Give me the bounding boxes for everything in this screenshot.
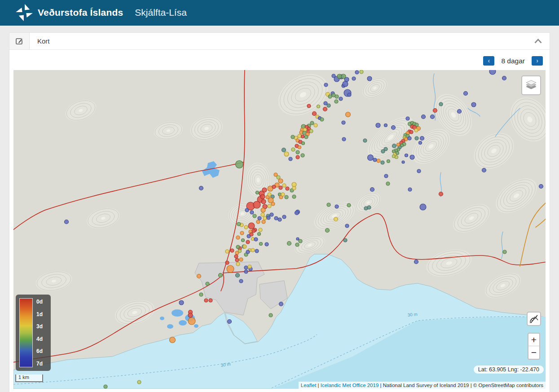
earthquake-marker[interactable] — [197, 274, 201, 278]
earthquake-marker[interactable] — [309, 129, 313, 133]
earthquake-marker[interactable] — [199, 293, 203, 296]
earthquake-marker[interactable] — [291, 135, 295, 139]
earthquake-marker[interactable] — [342, 137, 346, 141]
earthquake-marker[interactable] — [244, 266, 248, 269]
earthquake-marker[interactable] — [348, 93, 351, 97]
earthquake-marker[interactable] — [323, 107, 327, 111]
earthquake-marker[interactable] — [258, 216, 261, 220]
earthquake-marker[interactable] — [170, 337, 176, 343]
earthquake-marker[interactable] — [258, 233, 261, 236]
earthquake-marker[interactable] — [244, 225, 248, 229]
earthquake-marker[interactable] — [384, 174, 388, 178]
earthquake-marker[interactable] — [409, 130, 413, 134]
earthquake-marker[interactable] — [339, 97, 343, 101]
earthquake-marker[interactable] — [261, 199, 266, 204]
earthquake-marker[interactable] — [270, 213, 273, 216]
earthquake-marker[interactable] — [406, 117, 409, 120]
earthquake-marker[interactable] — [281, 193, 285, 196]
earthquake-marker[interactable] — [439, 192, 443, 196]
earthquake-marker[interactable] — [246, 250, 250, 254]
earthquake-marker[interactable] — [355, 70, 359, 74]
earthquake-marker[interactable] — [367, 76, 372, 81]
earthquake-marker[interactable] — [292, 195, 296, 198]
earthquake-marker[interactable] — [206, 282, 209, 286]
earthquake-marker[interactable] — [230, 249, 234, 252]
earthquake-marker[interactable] — [296, 238, 299, 240]
earthquake-marker[interactable] — [263, 216, 267, 220]
collapse-panel-button[interactable] — [527, 39, 550, 44]
earthquake-marker[interactable] — [277, 176, 280, 179]
earthquake-marker[interactable] — [251, 248, 255, 252]
earthquake-marker[interactable] — [384, 124, 387, 127]
earthquake-marker[interactable] — [295, 243, 299, 247]
earthquake-marker[interactable] — [296, 150, 299, 154]
earthquake-marker[interactable] — [242, 239, 245, 242]
earthquake-marker[interactable] — [417, 169, 421, 173]
earthquake-marker[interactable] — [324, 101, 327, 105]
met-office-link[interactable]: Icelandic Met Office 2019 — [321, 383, 379, 388]
earthquake-marker[interactable] — [304, 135, 308, 139]
earthquake-marker[interactable] — [260, 242, 263, 246]
earthquake-marker[interactable] — [291, 148, 295, 151]
earthquake-marker[interactable] — [431, 115, 435, 119]
edit-button[interactable] — [9, 33, 30, 49]
earthquake-marker[interactable] — [262, 188, 267, 192]
earthquake-marker[interactable] — [261, 208, 265, 212]
earthquake-marker[interactable] — [204, 299, 208, 302]
earthquake-marker[interactable] — [310, 121, 314, 125]
earthquake-marker[interactable] — [489, 70, 496, 75]
earthquake-marker[interactable] — [250, 211, 254, 214]
earthquake-marker[interactable] — [250, 233, 253, 236]
earthquake-marker[interactable] — [262, 220, 265, 224]
earthquake-marker[interactable] — [259, 228, 262, 232]
earthquake-marker[interactable] — [236, 236, 240, 239]
earthquake-marker[interactable] — [422, 115, 426, 119]
earthquake-marker[interactable] — [199, 186, 203, 190]
map-canvas[interactable]: 30 m30 m — [13, 70, 546, 389]
earthquake-marker[interactable] — [219, 273, 223, 277]
earthquake-marker[interactable] — [313, 112, 317, 116]
earthquake-marker[interactable] — [314, 123, 317, 127]
earthquake-marker[interactable] — [236, 273, 240, 277]
earthquake-marker[interactable] — [282, 215, 286, 219]
earthquake-marker[interactable] — [236, 262, 240, 266]
earthquake-marker[interactable] — [248, 223, 255, 229]
earthquake-marker[interactable] — [502, 76, 506, 80]
earthquake-marker[interactable] — [386, 182, 390, 185]
earthquake-marker[interactable] — [279, 186, 282, 189]
earthquake-marker[interactable] — [415, 137, 418, 140]
earthquake-marker[interactable] — [414, 260, 418, 264]
earthquake-marker[interactable] — [347, 203, 351, 207]
earthquake-marker[interactable] — [256, 191, 259, 194]
earthquake-marker[interactable] — [225, 261, 229, 264]
earthquake-marker[interactable] — [360, 70, 363, 74]
earthquake-marker[interactable] — [296, 155, 299, 159]
earthquake-marker[interactable] — [433, 109, 437, 113]
earthquake-marker[interactable] — [381, 161, 384, 164]
earthquake-marker[interactable] — [420, 137, 424, 141]
earthquake-marker[interactable] — [439, 102, 443, 106]
earthquake-marker[interactable] — [251, 238, 255, 241]
earthquake-marker[interactable] — [368, 155, 374, 161]
earthquake-marker[interactable] — [301, 135, 304, 138]
earthquake-marker[interactable] — [137, 380, 141, 384]
earthquake-marker[interactable] — [227, 265, 234, 273]
earthquake-marker[interactable] — [387, 160, 390, 163]
earthquake-marker[interactable] — [248, 265, 251, 269]
earthquake-marker[interactable] — [268, 204, 271, 208]
earthquake-marker[interactable] — [320, 118, 324, 121]
earthquake-marker[interactable] — [253, 201, 260, 208]
earthquake-marker[interactable] — [302, 142, 305, 145]
earthquake-marker[interactable] — [269, 313, 273, 317]
earthquake-marker[interactable] — [209, 299, 212, 302]
earthquake-marker[interactable] — [332, 74, 335, 78]
earthquake-marker[interactable] — [295, 211, 299, 215]
earthquake-marker[interactable] — [235, 258, 239, 262]
measure-tool-button[interactable] — [527, 312, 541, 326]
earthquake-marker[interactable] — [392, 126, 396, 130]
earthquake-marker[interactable] — [254, 238, 258, 241]
earthquake-marker[interactable] — [65, 220, 69, 224]
earthquake-marker[interactable] — [335, 95, 339, 98]
earthquake-marker[interactable] — [363, 139, 367, 142]
earthquake-marker[interactable] — [395, 156, 398, 159]
